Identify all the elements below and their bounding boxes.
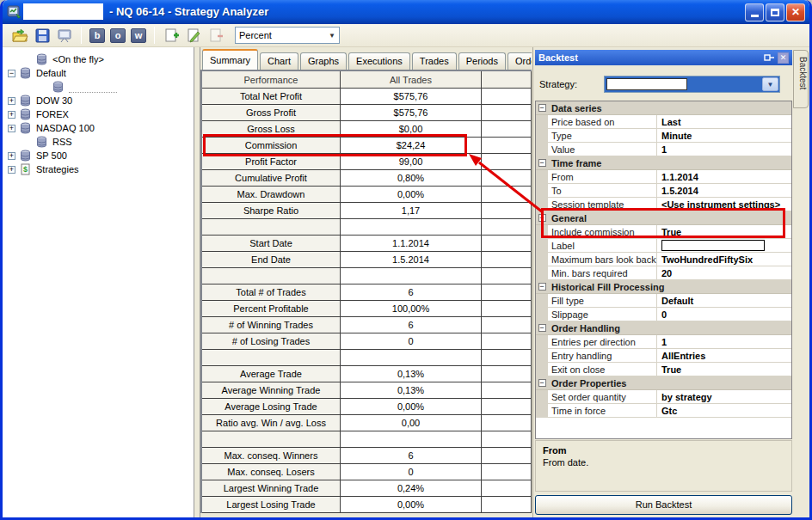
property-value[interactable]: Value1 <box>536 143 791 156</box>
tree-item-strategies[interactable]: +$Strategies <box>3 162 194 176</box>
property-value[interactable]: 1.5.2014 <box>656 184 791 197</box>
display-button[interactable] <box>56 27 73 44</box>
tree-item-rss[interactable]: RSS <box>3 135 194 149</box>
property-value[interactable]: TwoHundredFiftySix <box>656 253 791 266</box>
panel-close-button[interactable]: ✕ <box>778 52 789 64</box>
tree-item-redacted[interactable] <box>3 80 194 94</box>
splitter[interactable] <box>194 47 200 517</box>
tab-chart[interactable]: Chart <box>260 52 298 70</box>
maximize-button[interactable] <box>766 3 784 21</box>
tree-item-forex[interactable]: +FOREX <box>3 107 194 121</box>
open-button[interactable] <box>11 27 28 44</box>
strategy-combo[interactable]: ▼ <box>604 76 780 93</box>
property-slippage[interactable]: Slippage0 <box>536 308 791 321</box>
table-row-cumulative-profit: Cumulative Profit0,80% <box>202 170 532 187</box>
property-entry-handling[interactable]: Entry handlingAllEntries <box>536 349 791 363</box>
tree-item-label: <On the fly> <box>52 54 104 64</box>
run-backtest-button[interactable]: Run Backtest <box>535 495 792 515</box>
category-general[interactable]: −General <box>536 211 791 225</box>
property-fill-type[interactable]: Fill typeDefault <box>536 294 791 308</box>
tab-graphs[interactable]: Graphs <box>300 52 347 70</box>
property-price-based-on[interactable]: Price based onLast <box>536 115 791 129</box>
collapse-minus-icon[interactable]: − <box>538 214 546 222</box>
property-value[interactable]: True <box>656 225 791 238</box>
metric-value: 0,13% <box>341 382 482 399</box>
property-value[interactable]: 1.1.2014 <box>656 170 791 183</box>
chevron-down-icon[interactable]: ▼ <box>762 77 778 91</box>
property-value[interactable]: 0 <box>656 308 791 321</box>
db-icon <box>52 81 65 93</box>
strategy-icon: $ <box>19 163 32 175</box>
property-value[interactable]: by strategy <box>656 390 791 403</box>
property-min-bars-required[interactable]: Min. bars required20 <box>536 266 791 280</box>
property-value[interactable]: Gtc <box>656 404 791 417</box>
expander-plus-icon[interactable]: + <box>8 152 15 160</box>
add-button[interactable] <box>163 27 180 44</box>
collapse-minus-icon[interactable]: − <box>538 283 546 291</box>
close-button[interactable]: ✕ <box>786 3 805 21</box>
category-historical-fill-processing[interactable]: −Historical Fill Processing <box>536 280 791 294</box>
property-value[interactable]: Last <box>656 115 791 128</box>
tab-periods[interactable]: Periods <box>458 52 506 70</box>
category-order-properties[interactable]: −Order Properties <box>536 376 791 390</box>
property-value[interactable]: 20 <box>656 266 791 279</box>
tree-item-nasdaq-100[interactable]: +NASDAQ 100 <box>3 121 194 135</box>
tab-executions[interactable]: Executions <box>348 52 410 70</box>
category-order-handling[interactable]: −Order Handling <box>536 321 791 335</box>
category-time-frame[interactable]: −Time frame <box>536 156 791 170</box>
collapse-minus-icon[interactable]: − <box>538 324 546 332</box>
walkforward-mode-button[interactable]: w <box>131 28 146 43</box>
tree-item-sp-500[interactable]: +SP 500 <box>3 149 194 162</box>
expander-plus-icon[interactable]: + <box>8 97 15 105</box>
property-value[interactable]: Default <box>656 294 791 307</box>
save-button[interactable] <box>34 27 51 44</box>
row-gutter <box>536 266 548 279</box>
empty-cell <box>482 219 532 236</box>
tab-trades[interactable]: Trades <box>412 52 457 70</box>
property-value[interactable] <box>656 239 791 252</box>
expander-minus-icon[interactable]: − <box>8 70 15 77</box>
tab-summary[interactable]: Summary <box>202 49 258 70</box>
tab-orders[interactable]: Orders <box>508 52 532 70</box>
property-entries-per-direction[interactable]: Entries per direction1 <box>536 335 791 349</box>
property-value[interactable]: AllEntries <box>656 349 791 362</box>
minimize-icon <box>751 15 759 17</box>
property-maximum-bars-look-back[interactable]: Maximum bars look backTwoHundredFiftySix <box>536 253 791 266</box>
pin-icon[interactable] <box>763 52 775 63</box>
collapse-minus-icon[interactable]: − <box>538 159 546 167</box>
expander-plus-icon[interactable]: + <box>8 125 15 132</box>
property-value[interactable]: 1 <box>656 335 791 348</box>
expander-plus-icon[interactable]: + <box>8 166 15 174</box>
property-value[interactable]: Minute <box>656 129 791 142</box>
property-time-in-force[interactable]: Time in forceGtc <box>536 404 791 418</box>
edit-button[interactable] <box>185 27 202 44</box>
tree-item-on-the-fly[interactable]: <On the fly> <box>3 52 194 66</box>
property-value[interactable]: True <box>656 363 791 376</box>
optimize-mode-button[interactable]: o <box>110 28 126 43</box>
property-value[interactable]: <Use instrument settings> <box>656 198 791 211</box>
property-include-commission[interactable]: Include commissionTrue <box>536 225 791 239</box>
property-type[interactable]: TypeMinute <box>536 129 791 143</box>
expander-plus-icon[interactable]: + <box>8 111 15 119</box>
property-from[interactable]: From1.1.2014 <box>536 170 791 184</box>
property-label[interactable]: Label <box>536 239 791 253</box>
metric-label: # of Losing Trades <box>202 333 341 350</box>
property-value[interactable]: 1 <box>656 143 791 156</box>
property-to[interactable]: To1.5.2014 <box>536 184 791 198</box>
remove-button[interactable] <box>207 27 225 44</box>
collapse-minus-icon[interactable]: − <box>538 104 546 112</box>
backtest-mode-button[interactable]: b <box>89 28 105 43</box>
minimize-button[interactable] <box>745 3 764 21</box>
display-unit-combo[interactable]: Percent ▼ <box>235 27 340 44</box>
tree-item-dow-30[interactable]: +DOW 30 <box>3 94 194 107</box>
property-label: Price based on <box>548 115 656 128</box>
row-gutter <box>536 404 548 417</box>
property-session-template[interactable]: Session template<Use instrument settings… <box>536 198 791 211</box>
category-data-series[interactable]: −Data series <box>536 101 791 115</box>
property-set-order-quantity[interactable]: Set order quantityby strategy <box>536 390 791 404</box>
collapse-minus-icon[interactable]: − <box>538 379 546 387</box>
property-exit-on-close[interactable]: Exit on closeTrue <box>536 363 791 376</box>
side-tab-backtest[interactable]: Backtest <box>793 50 809 108</box>
empty-cell <box>482 89 532 105</box>
tree-item-default[interactable]: −Default <box>3 66 194 80</box>
